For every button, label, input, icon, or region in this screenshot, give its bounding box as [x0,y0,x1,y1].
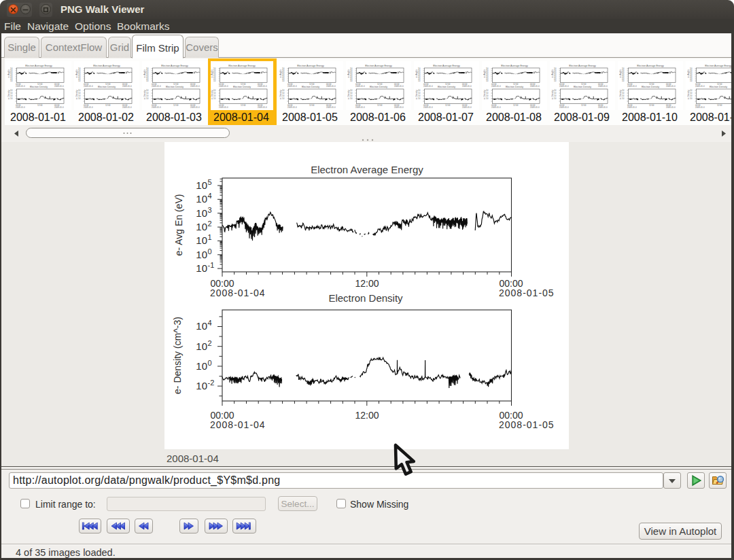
svg-text:4: 4 [208,192,212,200]
svg-text:e- Density (cm^-3): e- Density (cm^-3) [172,317,183,394]
svg-text:10: 10 [196,340,207,352]
svg-text:4: 4 [208,319,212,327]
svg-text:0: 0 [208,359,212,367]
svg-text:2: 2 [208,220,212,228]
svg-text:10: 10 [196,234,207,246]
svg-text:10: 10 [196,249,207,260]
svg-text:-1: -1 [208,261,215,269]
svg-text:2008-01-04: 2008-01-04 [210,287,266,298]
svg-text:2008-01-05: 2008-01-05 [499,419,555,430]
svg-text:2008-01-04: 2008-01-04 [210,419,266,430]
svg-text:5: 5 [208,178,212,186]
svg-text:10: 10 [196,221,207,232]
svg-text:10: 10 [196,262,207,274]
svg-text:10: 10 [196,360,207,372]
svg-text:12:00: 12:00 [355,278,379,289]
svg-text:e- Avg En (eV): e- Avg En (eV) [173,194,184,256]
svg-text:10: 10 [196,207,207,219]
svg-text:-2: -2 [208,379,215,387]
svg-text:2008-01-05: 2008-01-05 [499,287,555,298]
svg-text:10: 10 [196,380,207,391]
svg-text:3: 3 [208,206,212,214]
svg-text:Electron Average Energy: Electron Average Energy [311,164,423,175]
svg-text:12:00: 12:00 [355,410,379,421]
svg-text:Electron Density: Electron Density [328,292,403,304]
svg-text:10: 10 [196,193,207,205]
svg-text:1: 1 [208,233,212,241]
svg-text:10: 10 [196,320,207,332]
svg-text:2: 2 [208,339,212,347]
svg-text:10: 10 [196,179,207,191]
svg-text:0: 0 [208,247,212,256]
